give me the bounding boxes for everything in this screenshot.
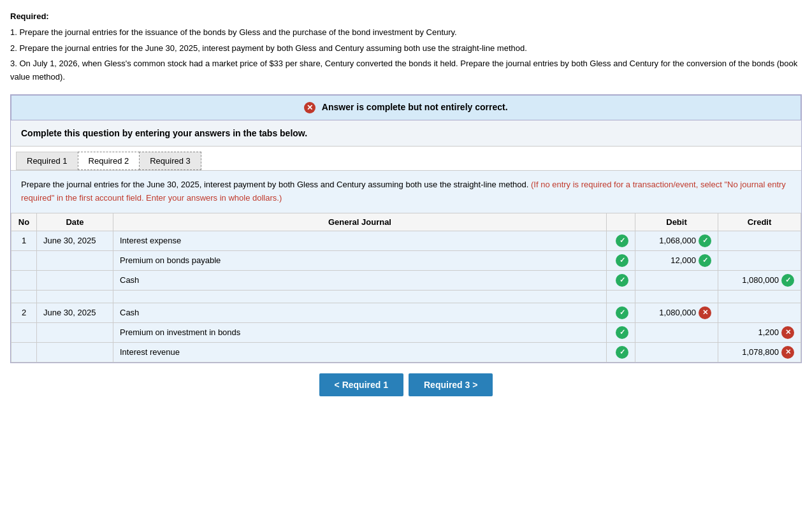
row-no	[11, 322, 37, 342]
answer-outer-box: ✕ Answer is complete but not entirely co…	[10, 94, 802, 363]
next-button[interactable]: Required 3 >	[409, 373, 493, 396]
table-row: Cash ✓ 1,080,000✓	[11, 270, 801, 290]
check-red-icon: ✕	[781, 346, 794, 359]
table-row: 1 June 30, 2025 Interest expense ✓ 1,068…	[11, 231, 801, 250]
banner-text: Answer is complete but not entirely corr…	[322, 102, 508, 112]
tabs-container: Required 1 Required 2 Required 3	[11, 146, 801, 170]
row-date	[37, 342, 113, 362]
prev-button[interactable]: < Required 1	[319, 373, 403, 396]
row-credit[interactable]	[718, 303, 801, 322]
check-red-icon: ✕	[781, 326, 794, 339]
row-date	[37, 250, 113, 270]
row-date: June 30, 2025	[37, 231, 113, 250]
instruction-item1: 1. Prepare the journal entries for the i…	[10, 26, 802, 40]
check-green-icon: ✓	[699, 254, 711, 267]
table-row: Premium on bonds payable ✓ 12,000✓	[11, 250, 801, 270]
row-check: ✓	[607, 342, 635, 362]
bottom-navigation: < Required 1 Required 3 >	[10, 373, 802, 396]
journal-table: No Date General Journal Debit Credit 1 J…	[11, 213, 801, 363]
row-check: ✓	[607, 231, 635, 250]
table-row: 2 June 30, 2025 Cash ✓ 1,080,000✕	[11, 303, 801, 322]
row-credit[interactable]	[718, 250, 801, 270]
check-green-icon: ✓	[616, 254, 628, 267]
tab-required1[interactable]: Required 1	[16, 152, 78, 170]
table-row: Premium on investment in bonds ✓ 1,200✕	[11, 322, 801, 342]
x-icon: ✕	[304, 102, 315, 113]
row-check: ✓	[607, 303, 635, 322]
col-header-general-journal: General Journal	[113, 213, 607, 231]
table-row: Interest revenue ✓ 1,078,800✕	[11, 342, 801, 362]
row-debit[interactable]	[635, 322, 718, 342]
check-green-icon: ✓	[781, 274, 794, 287]
check-green-icon: ✓	[616, 326, 628, 339]
instructions-section: Required: 1. Prepare the journal entries…	[10, 10, 802, 84]
row-no: 2	[11, 303, 37, 322]
row-debit[interactable]: 1,080,000✕	[635, 303, 718, 322]
row-check: ✓	[607, 270, 635, 290]
row-credit[interactable]: 1,200✕	[718, 322, 801, 342]
check-green-icon: ✓	[616, 234, 628, 247]
complete-question-text: Complete this question by entering your …	[11, 120, 801, 146]
row-date: June 30, 2025	[37, 303, 113, 322]
row-date	[37, 270, 113, 290]
row-debit[interactable]: 12,000✓	[635, 250, 718, 270]
row-no	[11, 270, 37, 290]
row-account[interactable]: Cash	[113, 270, 607, 290]
table-row	[11, 290, 801, 303]
col-header-credit: Credit	[718, 213, 801, 231]
row-debit[interactable]: 1,068,000✓	[635, 231, 718, 250]
row-debit[interactable]	[635, 342, 718, 362]
row-date	[37, 322, 113, 342]
tab-desc-main: Prepare the journal entries for the June…	[21, 180, 528, 189]
row-account[interactable]: Interest expense	[113, 231, 607, 250]
tab-required3[interactable]: Required 3	[139, 152, 201, 170]
row-account[interactable]: Premium on bonds payable	[113, 250, 607, 270]
tab-description: Prepare the journal entries for the June…	[11, 170, 801, 213]
row-credit[interactable]	[718, 231, 801, 250]
check-green-icon: ✓	[616, 346, 628, 359]
row-check: ✓	[607, 322, 635, 342]
check-red-icon: ✕	[699, 306, 711, 319]
row-account[interactable]: Premium on investment in bonds	[113, 322, 607, 342]
check-green-icon: ✓	[616, 306, 628, 319]
row-no: 1	[11, 231, 37, 250]
col-header-date: Date	[37, 213, 113, 231]
instruction-item3: 3. On July 1, 2026, when Gless's common …	[10, 57, 802, 84]
col-header-debit: Debit	[635, 213, 718, 231]
required-label: Required:	[10, 11, 49, 21]
row-credit[interactable]: 1,080,000✓	[718, 270, 801, 290]
row-no	[11, 250, 37, 270]
col-header-no: No	[11, 213, 37, 231]
row-credit[interactable]: 1,078,800✕	[718, 342, 801, 362]
tab-required2[interactable]: Required 2	[78, 152, 140, 170]
prev-label: < Required 1	[335, 380, 388, 390]
row-debit[interactable]	[635, 270, 718, 290]
col-header-check	[607, 213, 635, 231]
row-no	[11, 342, 37, 362]
row-check: ✓	[607, 250, 635, 270]
check-green-icon: ✓	[616, 274, 628, 287]
row-account[interactable]: Cash	[113, 303, 607, 322]
answer-banner: ✕ Answer is complete but not entirely co…	[11, 95, 801, 120]
next-label: Required 3 >	[424, 380, 477, 390]
row-account[interactable]: Interest revenue	[113, 342, 607, 362]
instruction-item2: 2. Prepare the journal entries for the J…	[10, 42, 802, 55]
check-green-icon: ✓	[699, 234, 711, 247]
